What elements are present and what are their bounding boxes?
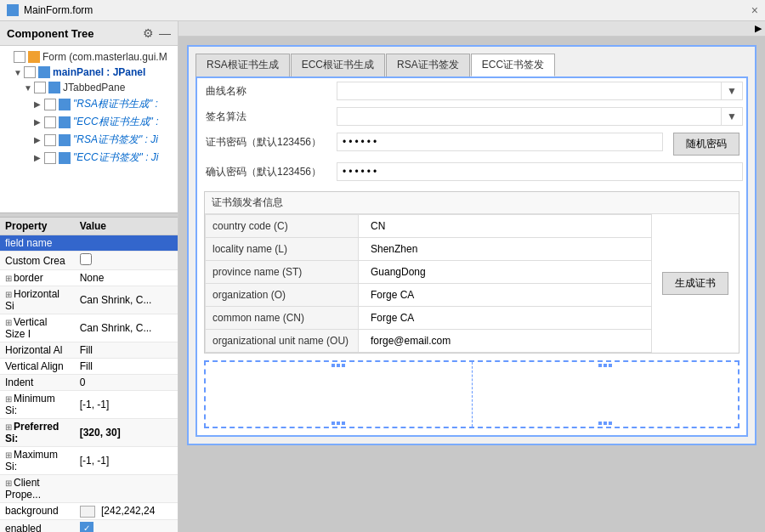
properties-table: Property Value field name Custom Crea — [0, 218, 178, 532]
expand-icon[interactable]: ⊞ — [5, 318, 12, 327]
expand-icon[interactable]: ⊞ — [5, 422, 12, 432]
handle-dot — [337, 422, 340, 425]
prop-label-customcrea: Custom Crea — [0, 252, 75, 270]
info-section-header: 证书颁发者信息 — [205, 192, 739, 214]
enabled-checkbox[interactable]: ✓ — [80, 522, 94, 532]
cert-pass-label: 证书密码（默认123456） — [197, 132, 333, 153]
prop-label-halign: Horizontal Al — [0, 342, 75, 359]
generate-cert-btn-area: 生成证书 — [652, 214, 739, 353]
locality-value[interactable] — [359, 238, 652, 261]
expand-icon[interactable]: ⊞ — [5, 478, 12, 488]
cn-value[interactable] — [359, 307, 652, 330]
prop-row-indent: Indent 0 — [0, 375, 178, 391]
expand-icon: ▶ — [34, 117, 44, 127]
locality-input[interactable] — [366, 241, 644, 258]
tree-label-mainpanel: mainPanel : JPanel — [53, 66, 145, 78]
prop-label-maxsize: ⊞Maximum Si: — [0, 447, 75, 475]
sign-algo-input[interactable] — [337, 108, 721, 125]
tab-bar: RSA根证书生成 ECC根证书生成 RSA证书签发 ECC证书签发 — [196, 54, 748, 76]
prop-label-background: background — [0, 503, 75, 520]
confirm-pass-input[interactable] — [337, 162, 743, 181]
customcrea-checkbox[interactable] — [80, 253, 92, 265]
prop-row-enabled: enabled ✓ — [0, 519, 178, 532]
sign-algo-dropdown-icon[interactable]: ▼ — [721, 108, 742, 125]
tree-checkbox[interactable] — [44, 99, 56, 110]
bottom-col-right — [473, 362, 739, 427]
prop-label-minsize: ⊞Minimum Si: — [0, 391, 75, 419]
generate-cert-button[interactable]: 生成证书 — [662, 272, 728, 295]
tree-item-tab1[interactable]: ▶ "RSA根证书生成" : — [0, 95, 178, 113]
prop-value-background: [242,242,24 — [75, 503, 178, 520]
tree-header-icons: ⚙ — — [143, 26, 171, 40]
prop-value-border: None — [75, 270, 178, 286]
tab-ecc-root[interactable]: ECC根证书生成 — [291, 54, 385, 76]
expand-icon[interactable]: ⊞ — [5, 290, 12, 299]
cn-input[interactable] — [366, 309, 644, 326]
component-tree: Form (com.masterlau.gui.M ▼ mainPanel : … — [0, 46, 178, 212]
tree-item-tab4[interactable]: ▶ "ECC证书签发" : Ji — [0, 149, 178, 167]
cn-row: common name (CN) — [206, 307, 652, 330]
bottom-selection-area — [204, 360, 740, 428]
expand-icon: ▼ — [24, 83, 34, 93]
cert-pass-input[interactable] — [337, 133, 663, 151]
fieldname-input[interactable] — [80, 237, 173, 249]
curve-name-row-outer: 曲线名称 ▼ — [197, 78, 746, 104]
ou-value[interactable] — [359, 330, 652, 353]
tree-item-tab3[interactable]: ▶ "RSA证书签发" : Ji — [0, 131, 178, 149]
province-input[interactable] — [366, 263, 644, 280]
prop-label-enabled: enabled — [0, 519, 75, 532]
tree-checkbox[interactable] — [14, 51, 26, 63]
prop-label-prefsize: ⊞Preferred Si: — [0, 419, 75, 447]
tab-ecc-sign[interactable]: ECC证书签发 — [471, 54, 555, 76]
gear-icon[interactable]: ⚙ — [143, 26, 154, 40]
scroll-right-arrow[interactable]: ▶ — [755, 23, 762, 34]
tree-item-tab2[interactable]: ▶ "ECC根证书生成" : — [0, 113, 178, 131]
expand-icon[interactable]: ⊞ — [5, 274, 12, 283]
confirm-pass-field — [333, 161, 746, 183]
org-value[interactable] — [359, 284, 652, 307]
curve-name-dropdown-icon[interactable]: ▼ — [721, 82, 742, 99]
ou-row: organizational unit name (OU) — [206, 330, 652, 353]
prop-value-fieldname[interactable] — [75, 235, 178, 252]
tree-item-mainpanel[interactable]: ▼ mainPanel : JPanel — [0, 65, 178, 80]
handle-dot — [342, 364, 345, 367]
prop-label-valign: Vertical Align — [0, 359, 75, 375]
sign-algo-formrow: 签名算法 ▼ — [197, 104, 746, 129]
tree-item-tabbedpane[interactable]: ▼ JTabbedPane — [0, 80, 178, 95]
prop-label-fieldname: field name — [0, 235, 75, 252]
cert-pass-row-main: 证书密码（默认123456） — [197, 129, 666, 159]
tab-rsa-root[interactable]: RSA根证书生成 — [196, 54, 290, 76]
country-value[interactable] — [359, 215, 652, 238]
info-content: country code (C) locality name (L) — [205, 214, 739, 353]
curve-name-input[interactable] — [337, 82, 721, 99]
tree-checkbox[interactable] — [44, 116, 56, 128]
ou-input[interactable] — [366, 332, 644, 349]
handle-dot — [332, 364, 335, 367]
tree-checkbox[interactable] — [34, 82, 46, 93]
bg-color-swatch[interactable] — [80, 506, 95, 518]
country-input[interactable] — [366, 218, 644, 235]
collapse-icon[interactable]: — — [159, 26, 171, 40]
prop-value-customcrea — [75, 252, 178, 270]
title-close-button[interactable]: × — [751, 3, 758, 17]
prop-row-customcrea: Custom Crea — [0, 252, 178, 270]
tree-checkbox[interactable] — [24, 66, 36, 78]
tab-rsa-sign[interactable]: RSA证书签发 — [386, 54, 470, 76]
sign-algo-label: 签名算法 — [197, 106, 333, 127]
cert-pass-field — [333, 131, 666, 153]
province-value[interactable] — [359, 261, 652, 284]
prop-row-clientprop: ⊞Client Prope... — [0, 475, 178, 503]
expand-icon: ▶ — [34, 135, 44, 144]
random-pass-button[interactable]: 随机密码 — [673, 133, 740, 156]
expand-icon[interactable]: ⊞ — [5, 450, 12, 460]
tree-item-form[interactable]: Form (com.masterlau.gui.M — [0, 49, 178, 65]
expand-icon[interactable]: ⊞ — [5, 394, 12, 404]
org-input[interactable] — [366, 286, 644, 303]
tree-checkbox[interactable] — [44, 134, 56, 146]
form-content: 曲线名称 ▼ — [196, 76, 748, 437]
canvas-area: RSA根证书生成 ECC根证书生成 RSA证书签发 ECC证书签发 曲线名称 — [178, 37, 765, 454]
tree-checkbox[interactable] — [44, 152, 56, 164]
prop-label-hshrink: ⊞Horizontal Si — [0, 286, 75, 314]
tab-icon — [59, 152, 71, 164]
handle-dot — [604, 422, 607, 425]
